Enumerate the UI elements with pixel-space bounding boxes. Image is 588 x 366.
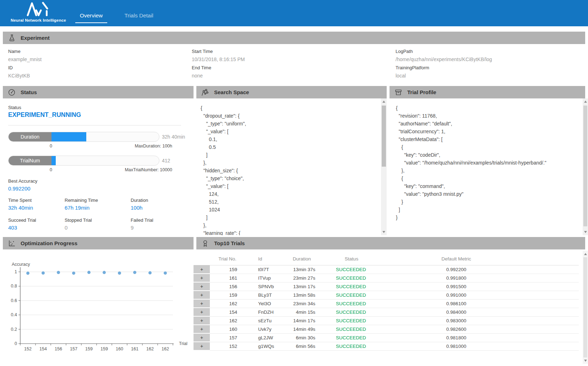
cell-default-metric: 0.984000	[383, 308, 529, 316]
svg-text:154: 154	[39, 346, 47, 351]
experiment-section-header: Experiment	[3, 32, 585, 44]
stat-succeed-trial: Succeed Trial 403	[8, 217, 36, 231]
experiment-id-label: ID	[8, 64, 42, 72]
expand-row-button[interactable]: +	[194, 274, 210, 282]
tab-trials-detail[interactable]: Trials Detail	[118, 0, 160, 26]
cell-trial-no: 157	[210, 333, 249, 342]
cell-status: SUCCEEDED	[320, 342, 383, 350]
trial-profile-section-title: Trial Profile	[407, 89, 436, 95]
svg-text:0: 0	[15, 341, 17, 346]
search-space-scrollbar-thumb[interactable]	[382, 106, 386, 167]
duration-max: MaxDuration: 100h	[135, 144, 172, 149]
cell-duration: 6min 56s	[284, 342, 320, 350]
table-header-row: Trial No. Id Duration Status Default Met…	[194, 253, 579, 265]
cell-status: SUCCEEDED	[320, 265, 383, 274]
expand-row-button[interactable]: +	[194, 265, 210, 274]
trial-profile-scrollbar[interactable]	[583, 98, 588, 235]
expand-row-button[interactable]: +	[194, 291, 210, 299]
expand-row-button[interactable]: +	[194, 325, 210, 333]
duration-progress-range: 0 MaxDuration: 100h	[50, 144, 172, 149]
cell-trial-no: 159	[210, 265, 249, 274]
top-trials-scrollbar[interactable]	[583, 251, 588, 364]
expand-column-header	[194, 253, 210, 265]
cell-trial-no: 156	[210, 282, 249, 291]
cell-duration: 6min 30s	[284, 333, 320, 342]
search-space-scrollbar[interactable]	[381, 98, 387, 235]
tab-overview[interactable]: Overview	[75, 0, 107, 26]
cell-trial-no: 154	[210, 308, 249, 316]
column-default-metric: Default Metric	[383, 253, 529, 265]
cell-id: Yel3O	[249, 299, 284, 308]
cell-duration: 23min 27s	[284, 274, 320, 282]
trialnum-progress-bar: TrialNum	[8, 156, 159, 166]
cell-default-metric: 0.983000	[383, 316, 529, 325]
cell-duration: 4min 15s	[284, 308, 320, 316]
search-space-section-header: Search Space	[196, 86, 387, 98]
cell-default-metric: 0.982600	[383, 325, 529, 333]
svg-text:0.4: 0.4	[11, 312, 17, 317]
table-row: + 159 t0I7T 13min 37s SUCCEEDED 0.992200	[194, 265, 579, 274]
svg-text:0.8: 0.8	[11, 284, 17, 289]
cell-duration: 13min 17s	[284, 282, 320, 291]
cell-duration: 14min 17s	[284, 316, 320, 325]
svg-text:Trial: Trial	[179, 341, 187, 346]
scroll-down-icon[interactable]	[584, 360, 587, 362]
experiment-column-3: LogPath /home/quzha/nni/experiments/KCiB…	[396, 47, 492, 80]
trial-profile-code: { "revision": 11768, "authorName": "defa…	[396, 104, 579, 235]
expand-row-button[interactable]: +	[194, 299, 210, 308]
flask-icon	[7, 34, 16, 42]
top-trials-table: Trial No. Id Duration Status Default Met…	[194, 253, 579, 351]
top-navigation-bar: Neural Network Intelligence Overview Tri…	[0, 0, 588, 26]
trialnum-progress-fill	[51, 156, 56, 165]
cell-trial-no: 159	[210, 291, 249, 299]
search-space-code: { "dropout_rate": { "_type": "uniform", …	[201, 104, 376, 235]
optimization-chart: 00.20.40.60.8115215415615715915916016116…	[0, 245, 194, 362]
cell-default-metric: 0.991500	[383, 282, 529, 291]
duration-progress-bar: Duration	[8, 132, 159, 142]
top-trials-scrollbar-thumb[interactable]	[583, 257, 587, 357]
cell-trial-no: 152	[210, 342, 249, 350]
svg-text:1: 1	[15, 269, 17, 274]
trial-profile-scrollbar-thumb[interactable]	[583, 106, 587, 226]
cell-trial-no: 161	[210, 274, 249, 282]
cell-id: FnDZH	[249, 308, 284, 316]
scroll-up-icon[interactable]	[584, 101, 587, 103]
scroll-up-icon[interactable]	[584, 253, 587, 255]
logo-caption: Neural Network Intelligence	[10, 18, 67, 22]
logpath-label: LogPath	[396, 47, 492, 55]
gauge-icon	[7, 88, 16, 97]
cell-trial-no: 162	[210, 299, 249, 308]
scroll-down-icon[interactable]	[382, 231, 385, 233]
end-time-value: none	[192, 72, 245, 80]
cell-trial-no: 162	[210, 316, 249, 325]
table-row: + 161 ITVup 23min 27s SUCCEEDED 0.991800	[194, 274, 579, 282]
expand-row-button[interactable]: +	[194, 333, 210, 342]
nni-logo: Neural Network Intelligence	[10, 1, 67, 22]
trial-profile-section-header: Trial Profile	[390, 86, 585, 98]
stat-failed-trial: Failed Trial 9	[131, 217, 153, 231]
table-row: + 154 FnDZH 4min 15s SUCCEEDED 0.984000	[194, 308, 579, 316]
expand-row-button[interactable]: +	[194, 316, 210, 325]
cell-default-metric: 0.992200	[383, 265, 529, 274]
cell-duration: 13min 37s	[284, 265, 320, 274]
duration-progress-label: Duration	[9, 132, 51, 141]
table-row: + 160 Uvk7y 14min 49s SUCCEEDED 0.982600	[194, 325, 579, 333]
svg-text:157: 157	[70, 346, 77, 351]
scroll-down-icon[interactable]	[584, 231, 587, 233]
status-section-title: Status	[21, 89, 37, 95]
column-id: Id	[249, 253, 284, 265]
expand-row-button[interactable]: +	[194, 282, 210, 291]
expand-row-button[interactable]: +	[194, 342, 210, 350]
expand-row-button[interactable]: +	[194, 308, 210, 316]
cell-default-metric: 0.981000	[383, 342, 529, 350]
duration-progress-track	[51, 132, 159, 141]
table-row: + 162 Yel3O 23min 34s SUCCEEDED 0.986100	[194, 299, 579, 308]
cell-status: SUCCEEDED	[320, 274, 383, 282]
status-field-value: EXPERIMENT_RUNNING	[8, 111, 81, 119]
cell-id: BLy3T	[249, 291, 284, 299]
top-trials-section-header: Top10 Trials	[196, 237, 585, 249]
cell-duration: 14min 49s	[284, 325, 320, 333]
cell-default-metric: 0.991000	[383, 291, 529, 299]
scroll-up-icon[interactable]	[382, 101, 385, 103]
experiment-name-label: Name	[8, 47, 42, 55]
